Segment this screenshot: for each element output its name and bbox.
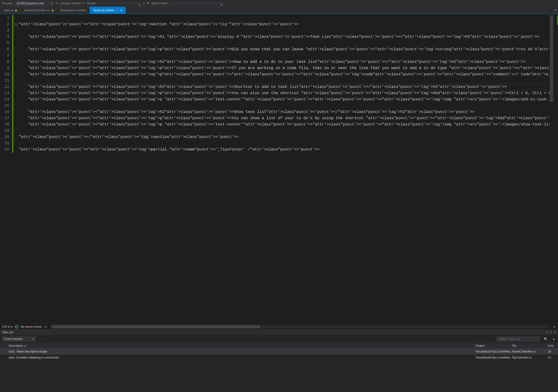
- col-description[interactable]: Description ▲: [7, 343, 474, 349]
- process-dropdown[interactable]: [9100] iisexpress.exe: [15, 1, 54, 6]
- check-icon: ✓: [15, 325, 18, 328]
- tasklist-panel: Task List ▾ ⊓ ✕ Entire Solution ⛬ 🔍 ▾ De…: [0, 329, 558, 392]
- stackframe-dropdown[interactable]: [170, 3, 223, 4]
- table-row[interactable]: todo : Make description longerVisualStud…: [0, 349, 558, 355]
- sort-asc-icon: ▲: [24, 345, 26, 347]
- scrollbar-horizontal[interactable]: [51, 325, 549, 328]
- panel-title: Task List: [2, 331, 544, 334]
- search-icon[interactable]: 🔍: [542, 337, 549, 341]
- tab-tips[interactable]: Tips.cs 🔒: [0, 7, 21, 14]
- overview-ruler: [554, 14, 558, 324]
- close-icon[interactable]: ✕: [554, 331, 556, 334]
- tab-label: HomeController.cs: [24, 9, 50, 12]
- fold-gutter[interactable]: −: [14, 14, 18, 324]
- tab-tasklist[interactable]: TaskList.cshtml 📌 ✕: [90, 7, 126, 14]
- thread-flag-icon[interactable]: ⚑: [147, 2, 149, 5]
- change-indicator: [12, 14, 14, 324]
- line-numbers: 12345678910111213141516171819202122: [0, 14, 12, 324]
- lifecycle-dd-icon[interactable]: ▾: [83, 2, 84, 5]
- pin-icon[interactable]: 📌: [116, 9, 119, 12]
- pin-icon[interactable]: ⊓: [550, 331, 552, 334]
- col-project[interactable]: Project: [474, 343, 510, 349]
- table-row[interactable]: todo: Consider initialising in construct…: [0, 355, 558, 361]
- editor-tabs: Tips.cs 🔒 HomeController.cs 🔒 Bookmarks.…: [0, 7, 558, 14]
- tab-label: Bookmarks.cshtml: [61, 9, 86, 12]
- filter-icon[interactable]: ⛬: [38, 337, 41, 341]
- lock-icon: 🔒: [51, 9, 54, 12]
- tab-label: TaskList.cshtml: [93, 9, 114, 12]
- lifecycle-label: Lifecycle Events: [60, 2, 81, 5]
- grid-header[interactable]: Description ▲ Project File Line: [0, 343, 558, 349]
- debug-toolbar: Process: [9100] iisexpress.exe ⟳ Lifecyc…: [0, 0, 558, 7]
- tab-bookmarks[interactable]: Bookmarks.cshtml: [57, 7, 90, 14]
- panel-header: Task List ▾ ⊓ ✕: [0, 330, 558, 335]
- editor-status-bar: 118 % ▾ ✓ No issues found ◀ ▶: [0, 324, 558, 329]
- tab-homecontroller[interactable]: HomeController.cs 🔒: [21, 7, 57, 14]
- code-area[interactable]: "attr">class"punct">="punct"><"attr">cla…: [18, 14, 549, 324]
- code-editor[interactable]: 12345678910111213141516171819202122 − "a…: [0, 14, 558, 324]
- scroll-right-icon[interactable]: ▶: [553, 325, 556, 328]
- scroll-left-icon[interactable]: ◀: [44, 325, 47, 328]
- stackframe-label: Stack Frame:: [151, 2, 168, 5]
- search-dd-icon[interactable]: ▾: [551, 337, 556, 341]
- lock-icon: 🔒: [15, 9, 17, 12]
- chevron-down-icon: ▾: [11, 325, 13, 328]
- close-icon[interactable]: ✕: [120, 9, 122, 12]
- col-line[interactable]: Line: [546, 343, 558, 349]
- issues-text: No issues found: [21, 325, 42, 328]
- col-file[interactable]: File: [510, 343, 546, 349]
- scrollbar-vertical[interactable]: [549, 14, 554, 324]
- col-checkbox[interactable]: [0, 343, 7, 349]
- thread-nav-icon[interactable]: ▸: [143, 2, 145, 5]
- refresh-icon[interactable]: ⟳: [56, 2, 58, 5]
- tab-overflow-icon[interactable]: ▾: [553, 7, 558, 14]
- fold-box-icon[interactable]: −: [14, 23, 17, 26]
- thread-label: Thread:: [86, 2, 96, 5]
- panel-toolbar: Entire Solution ⛬ 🔍 ▾: [0, 335, 558, 343]
- zoom-dropdown[interactable]: 118 % ▾: [2, 325, 13, 328]
- process-label: Process:: [2, 2, 13, 5]
- search-input[interactable]: [497, 336, 540, 342]
- tab-label: Tips.cs: [3, 9, 13, 12]
- scope-dropdown[interactable]: Entire Solution: [2, 336, 36, 342]
- grid-body: todo : Make description longerVisualStud…: [0, 349, 558, 392]
- thread-dropdown[interactable]: [98, 3, 141, 4]
- dropdown-icon[interactable]: ▾: [546, 331, 548, 334]
